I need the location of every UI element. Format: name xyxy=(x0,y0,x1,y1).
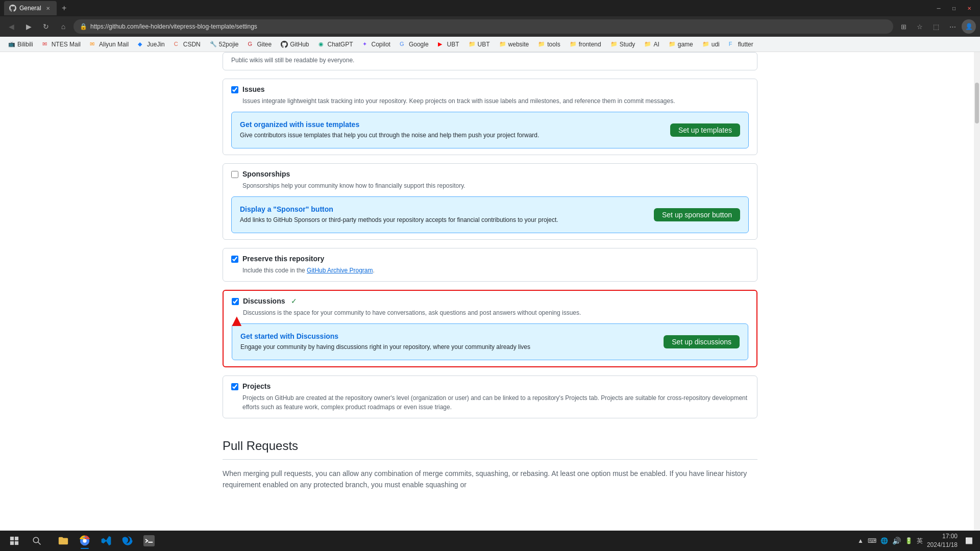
flutter-icon: F xyxy=(729,41,736,48)
refresh-button[interactable]: ↻ xyxy=(39,19,53,34)
preserve-label: Preserve this repository xyxy=(242,255,324,263)
sponsorships-feature-card-text: Display a "Sponsor" button Add links to … xyxy=(240,205,558,224)
projects-checkbox-row: Projects xyxy=(223,376,757,392)
sponsorships-checkbox-row: Sponsorships xyxy=(223,164,757,180)
bookmark-google-label: Google xyxy=(409,41,429,48)
close-button[interactable]: ✕ xyxy=(963,2,976,15)
discussions-section-highlighted: ▲ Discussions ✓ Discussions is the space… xyxy=(223,290,757,367)
bookmark-website-label: website xyxy=(508,41,529,48)
url-bar[interactable]: 🔒 https://github.com/lee-holden/vitepres… xyxy=(74,19,893,34)
discussions-checkbox[interactable] xyxy=(232,298,239,305)
archive-program-link[interactable]: GitHub Archive Program xyxy=(307,267,373,274)
bookmark-google[interactable]: G Google xyxy=(396,39,433,50)
bookmark-flutter[interactable]: F flutter xyxy=(725,39,757,50)
bookmark-juejin-label: JueJin xyxy=(147,41,165,48)
bookmark-ntes-mail[interactable]: ✉ NTES Mail xyxy=(38,39,85,50)
bookmark-aliyun-mail-label: Aliyun Mail xyxy=(99,41,129,48)
bookmark-chatgpt-label: ChatGPT xyxy=(328,41,353,48)
bookmark-tools[interactable]: 📁 tools xyxy=(534,39,564,50)
bookmark-copilot[interactable]: ✦ Copilot xyxy=(358,39,395,50)
google-icon: G xyxy=(400,41,407,48)
bookmark-ntes-mail-label: NTES Mail xyxy=(52,41,81,48)
set-up-sponsor-button[interactable]: Set up sponsor button xyxy=(654,208,740,221)
udi-icon: 📁 xyxy=(702,41,709,48)
pull-requests-heading: Pull Requests xyxy=(223,427,757,460)
bookmark-github[interactable]: GitHub xyxy=(277,39,313,50)
bookmark-chatgpt[interactable]: ◉ ChatGPT xyxy=(314,39,357,50)
extensions-icon[interactable]: ⊞ xyxy=(896,19,911,34)
scrollbar-thumb[interactable] xyxy=(975,83,979,123)
bookmark-game[interactable]: 📁 game xyxy=(665,39,697,50)
sponsorships-checkbox[interactable] xyxy=(231,171,238,178)
issues-checkbox[interactable] xyxy=(231,86,238,93)
website-icon: 📁 xyxy=(499,41,506,48)
github-icon xyxy=(281,41,288,48)
youtube-icon: ▶ xyxy=(438,41,445,48)
bookmark-gitee[interactable]: G Gitee xyxy=(243,39,276,50)
bookmark-website[interactable]: 📁 website xyxy=(495,39,533,50)
tools-icon: 📁 xyxy=(538,41,545,48)
forward-button[interactable]: ▶ xyxy=(21,19,36,34)
set-up-templates-button[interactable]: Set up templates xyxy=(670,123,740,137)
bookmark-udi[interactable]: 📁 udi xyxy=(698,39,724,50)
set-up-discussions-button[interactable]: Set up discussions xyxy=(664,335,740,348)
bookmark-ai[interactable]: 📁 AI xyxy=(640,39,663,50)
bookmark-study-label: Study xyxy=(620,41,635,48)
new-tab-button[interactable]: + xyxy=(58,2,71,15)
issues-feature-card-title: Get organized with issue templates xyxy=(240,120,539,129)
pull-requests-section: Pull Requests When merging pull requests… xyxy=(223,427,757,491)
favorites-icon[interactable]: ☆ xyxy=(913,19,927,34)
frontend-icon: 📁 xyxy=(570,41,577,48)
bookmark-study[interactable]: 📁 Study xyxy=(606,39,640,50)
home-button[interactable]: ⌂ xyxy=(56,19,70,34)
bookmark-aliyun-mail[interactable]: ✉ Aliyun Mail xyxy=(86,39,133,50)
juejin-icon: ◆ xyxy=(138,41,145,48)
discussions-feature-card: Get started with Discussions Engage your… xyxy=(232,323,748,360)
bookmark-flutter-label: flutter xyxy=(738,41,753,48)
browser-tabs: General ✕ + xyxy=(4,1,71,15)
maximize-button[interactable]: □ xyxy=(947,2,961,15)
bookmark-bilibili-label: Bilibili xyxy=(17,41,33,48)
sponsorships-section: Sponsorships Sponsorships help your comm… xyxy=(223,163,757,240)
discussions-checkmark: ✓ xyxy=(291,297,297,305)
lock-icon: 🔒 xyxy=(80,23,87,30)
wiki-note-text: Public wikis will still be readable by e… xyxy=(223,53,757,70)
back-button[interactable]: ◀ xyxy=(4,19,18,34)
tab-close-button[interactable]: ✕ xyxy=(44,5,52,12)
bookmark-csdn-label: CSDN xyxy=(183,41,201,48)
bookmark-gitee-label: Gitee xyxy=(257,41,272,48)
bookmark-bilibili[interactable]: 📺 Bilibili xyxy=(4,39,37,50)
preserve-checkbox[interactable] xyxy=(231,256,238,263)
bookmark-frontend[interactable]: 📁 frontend xyxy=(566,39,605,50)
profile-avatar[interactable]: 👤 xyxy=(962,19,976,34)
bookmark-ubt[interactable]: 📁 UBT xyxy=(464,39,494,50)
bookmark-52pojie[interactable]: 🔧 52pojie xyxy=(206,39,243,50)
bookmark-udi-label: udi xyxy=(712,41,720,48)
discussions-label: Discussions xyxy=(243,297,285,305)
bookmark-youtube[interactable]: ▶ UBT xyxy=(434,39,463,50)
main-content: Public wikis will still be readable by e… xyxy=(0,52,980,531)
minimize-button[interactable]: ─ xyxy=(932,2,945,15)
projects-checkbox[interactable] xyxy=(231,383,238,390)
projects-description: Projects on GitHub are created at the re… xyxy=(223,392,757,418)
aliyun-mail-icon: ✉ xyxy=(90,41,97,48)
scrollbar[interactable] xyxy=(974,52,980,531)
collections-icon[interactable]: ⬚ xyxy=(929,19,943,34)
bookmark-juejin[interactable]: ◆ JueJin xyxy=(134,39,169,50)
bilibili-icon: 📺 xyxy=(8,41,15,48)
active-tab[interactable]: General ✕ xyxy=(4,1,57,15)
bookmark-ubt-label: UBT xyxy=(478,41,490,48)
issues-description: Issues integrate lightweight task tracki… xyxy=(223,95,757,112)
bookmark-tools-label: tools xyxy=(547,41,560,48)
addressbar: ◀ ▶ ↻ ⌂ 🔒 https://github.com/lee-holden/… xyxy=(0,16,980,37)
discussions-feature-card-text: Get started with Discussions Engage your… xyxy=(240,332,530,352)
addressbar-icons: ⊞ ☆ ⬚ ⋯ 👤 xyxy=(896,19,976,34)
sponsorships-description: Sponsorships help your community know ho… xyxy=(223,180,757,196)
gitee-icon: G xyxy=(248,41,255,48)
settings-icon[interactable]: ⋯ xyxy=(945,19,960,34)
issues-feature-card-text: Get organized with issue templates Give … xyxy=(240,120,539,140)
bookmark-csdn[interactable]: C CSDN xyxy=(170,39,205,50)
issues-feature-card-desc: Give contributors issue templates that h… xyxy=(240,131,539,140)
pull-requests-description: When merging pull requests, you can allo… xyxy=(223,468,757,491)
discussions-feature-card-desc: Engage your community by having discussi… xyxy=(240,342,530,352)
